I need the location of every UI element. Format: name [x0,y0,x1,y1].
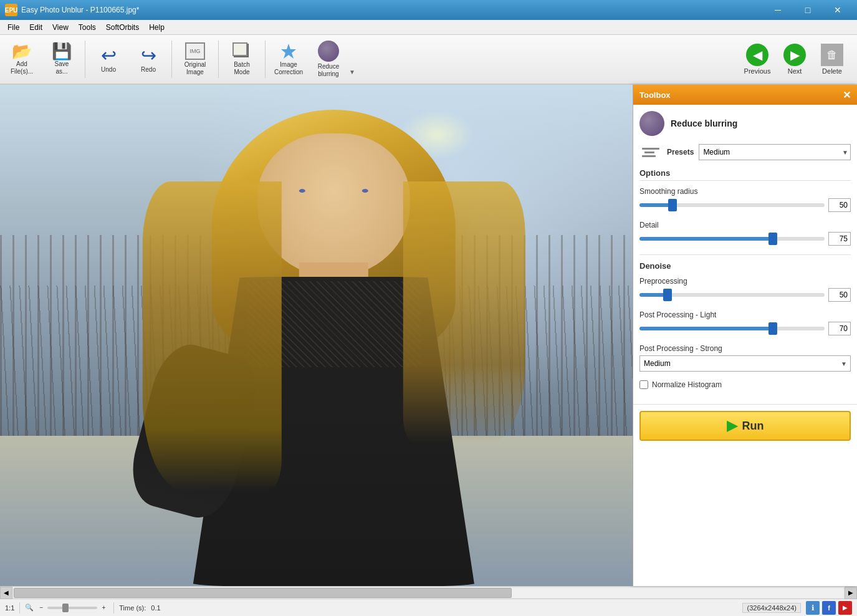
post-processing-light-value[interactable] [828,322,851,335]
zoom-ratio: 1:1 [5,604,14,612]
menu-file[interactable]: File [2,22,24,33]
zoom-slider-track[interactable] [47,607,97,609]
close-button[interactable]: ✕ [823,0,852,20]
minimize-button[interactable]: ─ [764,0,792,20]
statusbar-sep-2 [113,602,114,614]
run-label: Run [742,420,764,433]
smoothing-radius-label: Smoothing radius [639,187,851,196]
scroll-track[interactable] [14,588,843,598]
post-processing-light-thumb[interactable] [768,322,777,335]
run-icon: ▶ [727,418,737,434]
smoothing-radius-thumb[interactable] [668,199,677,211]
toolbox-header: Toolbox ✕ [633,85,857,105]
previous-icon: ◀ [746,44,768,66]
menu-softorbits[interactable]: SoftOrbits [101,22,144,33]
smoothing-radius-fill [639,203,673,207]
titlebar: EPU Easy Photo Unblur - P1100665.jpg* ─ … [0,0,857,20]
original-image-label: OriginalImage [184,61,206,76]
smoothing-radius-control [639,198,851,212]
detail-row: Detail [639,221,851,246]
normalize-histogram-label[interactable]: Normalize Histogram [652,380,722,389]
undo-label: Undo [101,66,116,73]
save-as-button[interactable]: 💾 Saveas... [42,37,81,82]
previous-label: Previous [744,67,771,75]
info-button[interactable]: ℹ [806,601,820,615]
toolbar: 📂 AddFile(s)... 💾 Saveas... ↩ Undo ↪ Red… [0,35,857,85]
options-section-title: Options [639,168,851,181]
tool-name: Reduce blurring [671,118,737,128]
presets-select[interactable]: Light Medium Strong Custom [699,144,851,160]
post-processing-strong-label: Post Processing - Strong [639,344,851,353]
undo-button[interactable]: ↩ Undo [89,37,128,82]
menu-edit[interactable]: Edit [24,22,47,33]
svg-marker-0 [281,44,296,59]
woman-figure [160,110,507,586]
preprocessing-value[interactable] [828,288,851,302]
preset-line-2 [644,152,654,153]
smoothing-radius-value[interactable] [828,198,851,212]
post-processing-light-track [639,327,825,330]
menu-tools[interactable]: Tools [74,22,101,33]
zoom-out-button[interactable]: − [36,603,46,613]
reduce-blurring-icon [318,41,339,62]
batch-mode-icon [232,42,251,60]
redo-label: Redo [141,66,156,73]
statusbar: 1:1 🔍 − + Time (s): 0.1 (3264x2448x24) ℹ… [0,599,857,616]
detail-control [639,232,851,246]
post-processing-strong-row: Post Processing - Strong None Light Medi… [639,344,851,372]
reduce-blurring-button[interactable]: Reduceblurring [309,37,348,82]
window-title: Easy Photo Unblur - P1100665.jpg* [21,6,764,14]
menu-view[interactable]: View [47,22,74,33]
original-image-button[interactable]: IMG OriginalImage [176,37,214,82]
previous-button[interactable]: ◀ Previous [740,37,775,82]
post-processing-light-control [639,322,851,335]
smoothing-radius-track [639,203,825,207]
detail-value[interactable] [828,232,851,246]
woman-eyes [271,171,396,209]
run-button[interactable]: ▶ Run [639,411,851,441]
image-correction-button[interactable]: ImageCorrection [269,37,308,82]
preprocessing-thumb[interactable] [663,289,672,301]
toolbar-nav: ◀ Previous ▶ Next 🗑 Delete [740,37,855,82]
presets-row: Presets Light Medium Strong Custom ▼ [639,143,851,161]
redo-button[interactable]: ↪ Redo [129,37,168,82]
delete-button[interactable]: 🗑 Delete [815,37,850,82]
image-correction-label: ImageCorrection [274,61,303,76]
youtube-button[interactable]: ▶ [838,601,852,615]
image-correction-icon [279,42,298,60]
preprocessing-row: Preprocessing [639,277,851,302]
next-label: Next [788,67,802,75]
add-files-button[interactable]: 📂 AddFile(s)... [2,37,41,82]
image-dimensions: (3264x2448x24) [742,603,801,613]
toolbar-dropdown-arrow[interactable]: ▼ [349,69,355,75]
zoom-in-button[interactable]: + [98,603,108,613]
batch-mode-label: BatchMode [234,61,250,76]
image-area[interactable] [0,85,633,586]
detail-thumb[interactable] [768,233,777,245]
run-button-wrap: ▶ Run [633,404,857,447]
facebook-button[interactable]: f [822,601,836,615]
preprocessing-track [639,293,825,297]
delete-icon: 🗑 [821,44,843,66]
woman-hair-left [142,181,281,491]
preset-line-1 [642,148,659,150]
batch-mode-button[interactable]: BatchMode [223,37,261,82]
zoom-slider-position [62,604,69,612]
post-processing-strong-select[interactable]: None Light Medium Strong [639,355,851,372]
scroll-left-button[interactable]: ◀ [0,587,12,599]
menu-help[interactable]: Help [144,22,170,33]
statusbar-sep-1 [19,602,20,614]
scroll-right-button[interactable]: ▶ [845,587,857,599]
save-as-label: Saveas... [55,60,69,75]
portrait-background [0,85,633,586]
preprocessing-control [639,288,851,302]
next-button[interactable]: ▶ Next [777,37,812,82]
normalize-histogram-checkbox[interactable] [639,380,648,389]
toolbox-close-button[interactable]: ✕ [843,89,851,101]
maximize-button[interactable]: □ [793,0,822,20]
presets-label: Presets [667,148,694,156]
detail-label: Detail [639,221,851,229]
scroll-thumb[interactable] [14,588,512,598]
original-image-icon: IMG [185,42,205,60]
presets-select-wrap: Light Medium Strong Custom ▼ [699,144,851,160]
